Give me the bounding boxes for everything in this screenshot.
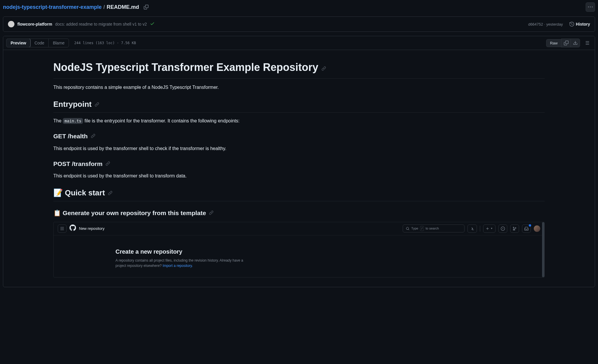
download-icon: [573, 41, 578, 45]
breadcrumb-current-file: README.md: [107, 4, 139, 10]
intro-text: This repository contains a simple exampl…: [53, 84, 545, 91]
heading-transform: POST /transform: [53, 159, 545, 169]
anchor-link-icon[interactable]: [95, 99, 99, 110]
heading-health: GET /health: [53, 132, 545, 141]
health-text: This endpoint is used by the transformer…: [53, 145, 545, 152]
heading-generate: 📋 Generate your own repository from this…: [53, 208, 545, 218]
command-palette-icon: [468, 225, 477, 233]
scrollbar: [542, 222, 544, 277]
check-icon[interactable]: [150, 21, 155, 27]
commit-info-bar: flowcore-platform docs: added readme to …: [3, 16, 595, 32]
commit-meta: d664752 · yesterday: [528, 22, 563, 26]
anchor-link-icon[interactable]: [108, 187, 113, 199]
hamburger-icon: [58, 225, 67, 233]
github-logo-icon: [70, 225, 76, 232]
avatar[interactable]: [8, 21, 14, 27]
breadcrumb-repo-link[interactable]: nodejs-typescript-transformer-example: [3, 4, 102, 10]
view-tabs: Preview Code Blame: [6, 39, 69, 47]
user-avatar: [534, 225, 540, 232]
commit-author[interactable]: flowcore-platform: [17, 22, 52, 26]
screenshot-heading: Create a new repository: [115, 247, 544, 256]
anchor-link-icon[interactable]: [209, 208, 214, 218]
more-options-button[interactable]: [586, 2, 595, 12]
heading-entrypoint: Entrypoint: [53, 99, 545, 113]
history-link[interactable]: History: [569, 22, 590, 26]
heading-h1: NodeJS Typescript Transformer Example Re…: [53, 59, 545, 79]
file-box: Preview Code Blame 244 lines (163 loc) ·…: [3, 36, 595, 287]
breadcrumb-separator: /: [103, 4, 105, 10]
tab-code[interactable]: Code: [30, 39, 48, 47]
breadcrumb: nodejs-typescript-transformer-example / …: [3, 4, 139, 10]
readme-content: NodeJS Typescript Transformer Example Re…: [3, 50, 595, 287]
copy-path-button[interactable]: [142, 3, 150, 11]
embedded-screenshot: New repository Type / to search ▼: [53, 222, 545, 277]
screenshot-header: New repository Type / to search ▼: [54, 222, 544, 235]
commit-message[interactable]: docs: added readme to migrate from shell…: [55, 22, 147, 26]
entrypoint-text: The main.ts file is the entrypoint for t…: [53, 117, 545, 124]
file-toolbar: Preview Code Blame 244 lines (163 loc) ·…: [3, 36, 595, 50]
screenshot-subtext: A repository contains all project files,…: [115, 258, 251, 268]
code-main-ts: main.ts: [63, 118, 83, 124]
tab-preview[interactable]: Preview: [6, 39, 31, 47]
anchor-link-icon[interactable]: [321, 59, 326, 75]
notification-dot-icon: [529, 224, 531, 227]
tab-blame[interactable]: Blame: [49, 39, 69, 47]
heading-quickstart: 📝 Quick start: [53, 187, 545, 201]
outline-button[interactable]: [583, 39, 592, 47]
import-repo-link: Import a repository.: [163, 264, 193, 268]
copy-icon: [564, 41, 569, 45]
anchor-link-icon[interactable]: [105, 159, 110, 169]
search-icon: [406, 227, 409, 230]
raw-button[interactable]: Raw: [546, 39, 561, 47]
kebab-icon: [588, 5, 593, 9]
transform-text: This endpoint is used by the transformer…: [53, 172, 545, 179]
screenshot-title: New repository: [79, 226, 105, 232]
inbox-icon: [522, 225, 531, 233]
copy-raw-button[interactable]: [561, 39, 571, 47]
plus-dropdown-icon: ▼: [483, 225, 495, 233]
commit-sha[interactable]: d664752: [528, 22, 543, 26]
history-icon: [569, 22, 574, 26]
file-stats: 244 lines (163 loc) · 7.56 KB: [74, 41, 136, 45]
pull-requests-icon: [510, 225, 519, 233]
screenshot-search: Type / to search: [403, 225, 465, 232]
list-icon: [585, 41, 590, 45]
download-button[interactable]: [571, 39, 580, 47]
issues-icon: [498, 225, 507, 233]
commit-time: yesterday: [546, 22, 563, 26]
anchor-link-icon[interactable]: [91, 132, 95, 141]
screenshot-body: Create a new repository A repository con…: [54, 235, 544, 277]
copy-icon: [144, 5, 148, 9]
